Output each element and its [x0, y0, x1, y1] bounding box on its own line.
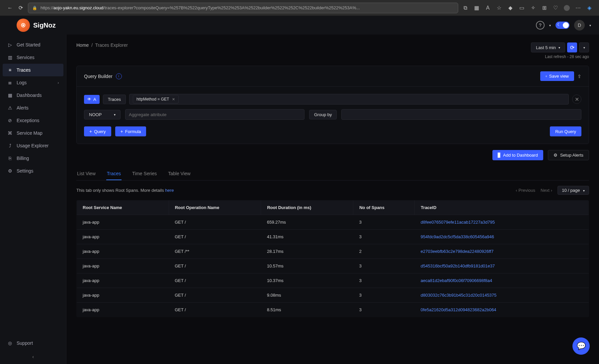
traces-icon: ≡ [7, 67, 13, 73]
panel-icon[interactable]: ▭ [519, 5, 525, 11]
cell-duration: 9.08ms [261, 288, 353, 303]
chevron-down-icon: ▾ [558, 46, 560, 49]
user-avatar[interactable]: D [574, 20, 585, 31]
add-query-button[interactable]: + Query [84, 126, 111, 136]
sidebar-item-label: Get Started [17, 42, 41, 47]
cell-traceid[interactable]: d8fee0765079efe11acab17227a3d795 [415, 215, 589, 230]
cell-traceid[interactable]: aeca81d2ebaf90f0c06f70906698f8a4 [415, 273, 589, 288]
sidebar-item-get-started[interactable]: ▷ Get Started [0, 38, 66, 51]
sidebar-item-usage-explorer[interactable]: ⤴ Usage Explorer [0, 139, 66, 152]
breadcrumb-home[interactable]: Home [76, 42, 89, 48]
star-icon[interactable]: ☆ [496, 5, 502, 11]
info-icon[interactable]: i [116, 73, 122, 79]
table-row[interactable]: java-app GET / 9.08ms 3 d803032c76c3b91b… [77, 288, 589, 303]
sidebar-collapse[interactable]: ‹ [0, 349, 66, 364]
remove-query-button[interactable]: ✕ [572, 95, 581, 104]
data-source-select[interactable]: Traces [103, 95, 126, 104]
cell-traceid[interactable]: e2703eebfb63c2e798dea22480926ff7 [415, 244, 589, 259]
next-button[interactable]: Next › [541, 188, 552, 193]
group-by-label: Group by [309, 110, 337, 119]
cell-traceid[interactable]: d803032c76c3b91b45c31d20c0145375 [415, 288, 589, 303]
table-header-row: Root Service Name Root Operation Name Ro… [77, 200, 589, 215]
heart-icon[interactable]: ♡ [553, 5, 558, 11]
theme-toggle[interactable] [556, 22, 569, 29]
back-icon[interactable]: ← [7, 5, 13, 11]
bars-icon: ▥ [7, 55, 13, 60]
table-row[interactable]: java-app GET / 41.31ms 3 954fdc9ad2dc5cf… [77, 230, 589, 244]
share-icon[interactable]: ⇪ [577, 74, 581, 79]
sidebar-item-logs[interactable]: ≣ Logs › [0, 76, 66, 89]
root-spans-note: This tab only shows Root Spans. More det… [76, 188, 174, 193]
page-size-select[interactable]: 10 / page ▾ [557, 186, 589, 195]
text-size-icon[interactable]: A [485, 5, 491, 11]
alerts-icon: ⚠ [7, 105, 13, 110]
more-icon[interactable]: ⋯ [575, 5, 581, 11]
remove-tag-icon[interactable]: ✕ [172, 97, 175, 101]
query-badge[interactable]: 👁 A [84, 95, 100, 104]
run-query-button[interactable]: Run Query [550, 126, 581, 136]
sidebar-item-billing[interactable]: ⎘ Billing [0, 152, 66, 165]
refresh-icon[interactable]: ⟳ [17, 5, 24, 11]
cell-operation: GET / [169, 303, 261, 317]
filter-tag[interactable]: httpMethod = GET ✕ [133, 95, 179, 104]
previous-button[interactable]: ‹ Previous [516, 188, 535, 193]
tab-table-view[interactable]: Table View [167, 168, 191, 180]
favorites-icon[interactable]: ✧ [530, 5, 536, 11]
table-row[interactable]: java-app GET / 8.51ms 3 0fe5a21620d5a312… [77, 303, 589, 317]
sidebar-item-service-map[interactable]: ⌘ Service Map [0, 127, 66, 139]
col-spans: No of Spans [353, 200, 415, 215]
devices-icon[interactable]: ⧉ [462, 5, 468, 11]
sidebar-item-label: Usage Explorer [17, 143, 49, 148]
cell-traceid[interactable]: 954fdc9ad2dc5cf5da338c605456a946 [415, 230, 589, 244]
cell-traceid[interactable]: 0fe5a21620d5a312d094823682a2b064 [415, 303, 589, 317]
aggregate-attribute-input[interactable] [125, 109, 304, 120]
refresh-interval-button[interactable]: ▾ [579, 42, 589, 52]
chat-button[interactable]: 💬 [572, 337, 590, 355]
more-details-link[interactable]: here [165, 188, 174, 193]
save-view-button[interactable]: ▫ Save view [540, 71, 574, 81]
extension1-icon[interactable]: ◆ [507, 5, 513, 11]
sidebar-item-label: Service Map [17, 130, 43, 136]
user-dropdown-icon[interactable]: ▾ [589, 24, 591, 27]
plus-icon: + [121, 129, 123, 134]
billing-icon: ⎘ [7, 156, 13, 161]
sidebar-item-exceptions[interactable]: ⊘ Exceptions [0, 114, 66, 127]
group-by-input[interactable] [341, 109, 581, 120]
setup-alerts-button[interactable]: ⚙ Setup Alerts [548, 150, 589, 160]
sidebar-item-support[interactable]: ◎ Support [0, 337, 66, 349]
collections-icon[interactable]: ⊞ [541, 5, 547, 11]
url-bar[interactable]: 🔒 https://aojo-yakn.eu.signoz.cloud/trac… [28, 3, 458, 13]
sidebar-item-settings[interactable]: ⚙ Settings [0, 165, 66, 177]
tab-list-view[interactable]: List View [76, 168, 96, 180]
add-to-dashboard-button[interactable]: ▊ Add to Dashboard [492, 150, 543, 160]
table-row[interactable]: java-app GET /** 28.17ms 2 e2703eebfb63c… [77, 244, 589, 259]
sidebar-item-label: Dashboards [17, 93, 42, 98]
cell-duration: 10.57ms [261, 259, 353, 273]
table-row[interactable]: java-app GET / 659.27ms 3 d8fee0765079ef… [77, 215, 589, 230]
cell-service: java-app [77, 288, 169, 303]
sidebar-item-traces[interactable]: ≡ Traces [3, 64, 63, 76]
logo[interactable]: SigNoz [17, 19, 56, 32]
copilot-icon[interactable]: ◈ [586, 5, 592, 11]
aggregation-select[interactable]: NOOP ▾ [84, 110, 121, 119]
profile-avatar[interactable] [564, 5, 570, 11]
sidebar-item-label: Exceptions [17, 118, 39, 123]
grid-icon[interactable]: ▦ [473, 5, 479, 11]
sidebar-item-dashboards[interactable]: ▦ Dashboards [0, 89, 66, 102]
chevron-down-icon: ▾ [114, 113, 116, 116]
help-icon[interactable]: ? [536, 21, 545, 30]
table-row[interactable]: java-app GET / 10.57ms 3 d545316bcf50a92… [77, 259, 589, 273]
filter-input[interactable]: httpMethod = GET ✕ [129, 94, 569, 105]
help-dropdown-icon[interactable]: ▾ [549, 24, 551, 27]
tab-time-series[interactable]: Time Series [131, 168, 157, 180]
cell-traceid[interactable]: d545316bcf50a92b140dfb9181d01e37 [415, 259, 589, 273]
tab-traces[interactable]: Traces [106, 168, 122, 180]
plus-icon: + [89, 129, 92, 134]
time-range-select[interactable]: Last 5 min ▾ [531, 42, 565, 52]
gear-icon: ⚙ [7, 168, 13, 174]
sidebar-item-services[interactable]: ▥ Services [0, 51, 66, 64]
add-formula-button[interactable]: + Formula [115, 126, 146, 136]
refresh-button[interactable]: ⟳ [567, 42, 577, 52]
table-row[interactable]: java-app GET / 10.37ms 3 aeca81d2ebaf90f… [77, 273, 589, 288]
sidebar-item-alerts[interactable]: ⚠ Alerts [0, 102, 66, 114]
